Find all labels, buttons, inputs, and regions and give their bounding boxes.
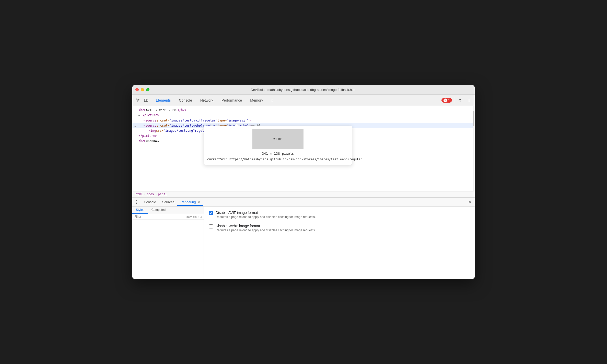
attr-val: "images/test.png?regular" — [164, 128, 210, 133]
tab-performance[interactable]: Performance — [217, 97, 246, 104]
settings-icon[interactable]: ⚙ — [456, 97, 463, 104]
panel-close-button[interactable]: ✕ — [466, 199, 473, 205]
tag: <source — [144, 123, 157, 128]
maximize-button[interactable] — [146, 88, 149, 91]
panel-content: Styles Computed Filter :hov .cls + □ — [132, 207, 475, 279]
tag: </picture> — [138, 134, 157, 138]
attr-val: "images/test.avif?regular" — [169, 118, 217, 123]
svg-rect-0 — [144, 99, 147, 102]
code-line-h2[interactable]: <h2>AVIF → WebP → PNG</h2> — [132, 107, 475, 113]
tab-more[interactable]: » — [267, 97, 277, 104]
tab-sources-bottom[interactable]: Sources — [159, 199, 178, 205]
main-content: <h2>AVIF → WebP → PNG</h2> ▶<picture> <s… — [132, 106, 475, 279]
device-toolbar-icon[interactable] — [143, 97, 150, 104]
svg-rect-1 — [147, 100, 148, 102]
webp-checkbox[interactable] — [209, 224, 213, 228]
devtools-header: Elements Console Network Performance Mem… — [132, 95, 475, 106]
tab-elements[interactable]: Elements — [152, 97, 175, 104]
panel-menu-icon[interactable]: ⋮ — [134, 200, 139, 204]
tooltip-url: currentSrc: https://mathiasbynens.github… — [207, 157, 349, 162]
tooltip-url-label: currentSrc: — [207, 157, 227, 161]
tag: <h2> — [138, 139, 146, 143]
bottom-panel: ⋮ Console Sources Rendering ✕ ✕ Styles C… — [132, 197, 475, 279]
attr: srcset= — [157, 118, 170, 123]
minimize-button[interactable] — [141, 88, 144, 91]
attr: srcset= — [157, 123, 170, 128]
image-tooltip: WEBP 341 × 138 pixels currentSrc: https:… — [204, 126, 352, 165]
attr: src= — [156, 128, 164, 133]
avif-label: Disable AVIF image format Requires a pag… — [216, 211, 316, 219]
traffic-lights — [135, 88, 149, 91]
text: unknow… — [146, 139, 159, 143]
tab-rendering-close[interactable]: ✕ — [198, 201, 200, 204]
webp-label: Disable WebP image format Requires a pag… — [216, 224, 316, 232]
attr-val2: "image/avif" — [227, 118, 249, 123]
avif-desc: Requires a page reload to apply and disa… — [216, 215, 316, 219]
avif-checkbox[interactable] — [209, 211, 213, 215]
scrollbar-track — [473, 106, 475, 191]
tooltip-arrow — [235, 124, 239, 126]
breadcrumb-html[interactable]: html — [135, 192, 143, 196]
attr2: type= — [217, 118, 227, 123]
styles-panel: Styles Computed Filter :hov .cls + □ — [132, 207, 204, 279]
code-line-source-avif[interactable]: <source srcset="images/test.avif?regular… — [132, 118, 475, 123]
tooltip-url-value: https://mathiasbynens.github.io/css-dbg-… — [229, 157, 362, 161]
filter-row: Filter :hov .cls + □ — [132, 214, 204, 220]
more-options-icon[interactable]: ⋮ — [465, 97, 473, 104]
filter-label: Filter — [134, 215, 141, 219]
tag: <img — [149, 128, 156, 133]
elements-panel: <h2>AVIF → WebP → PNG</h2> ▶<picture> <s… — [132, 106, 475, 191]
styles-options: :hov .cls + □ — [186, 215, 202, 218]
rendering-panel: Disable AVIF image format Requires a pag… — [204, 207, 475, 279]
divider — [454, 97, 454, 103]
webp-desc: Requires a page reload to apply and disa… — [216, 228, 316, 232]
breadcrumb-body[interactable]: body — [147, 192, 154, 196]
tab-console-bottom[interactable]: Console — [141, 199, 159, 205]
window-title: DevTools - mathiasbynens.github.io/css-d… — [251, 88, 356, 92]
styles-tabs: Styles Computed — [132, 207, 204, 214]
devtools-window: DevTools - mathiasbynens.github.io/css-d… — [132, 85, 475, 279]
tab-computed[interactable]: Computed — [148, 207, 169, 214]
error-count: 1 — [448, 99, 450, 102]
tab-styles[interactable]: Styles — [132, 207, 148, 214]
nav-tabs: Elements Console Network Performance Mem… — [152, 97, 441, 104]
error-icon: ✕ — [443, 99, 447, 102]
tag: <h2> — [138, 108, 146, 112]
expand-icon[interactable]: ▶ — [138, 113, 142, 118]
header-icons — [134, 97, 150, 104]
text: AVIF → WebP → PNG — [146, 108, 177, 112]
header-right: ✕ 1 ⚙ ⋮ — [441, 97, 473, 104]
tooltip-dimensions: 341 × 138 pixels — [207, 151, 349, 156]
tag: <source — [144, 118, 157, 123]
scrollbar-thumb[interactable] — [473, 111, 474, 126]
tag-end: > — [249, 118, 251, 123]
avif-title: Disable AVIF image format — [216, 211, 316, 215]
tag-close: </h2> — [177, 108, 186, 112]
breadcrumb-picture[interactable]: pict… — [158, 192, 167, 196]
dots-indicator: … — [134, 123, 136, 128]
tab-network[interactable]: Network — [196, 97, 217, 104]
webp-checkbox-wrapper — [209, 224, 213, 229]
webp-option: Disable WebP image format Requires a pag… — [209, 224, 470, 232]
error-badge[interactable]: ✕ 1 — [441, 98, 452, 103]
breadcrumb-sep: › — [144, 192, 146, 196]
code-line-source-webp[interactable]: … <source srcset="images/test.webp?regul… — [132, 123, 475, 128]
tag: <picture> — [143, 113, 159, 117]
tab-console[interactable]: Console — [175, 97, 196, 104]
close-button[interactable] — [135, 88, 139, 91]
avif-checkbox-wrapper — [209, 211, 213, 216]
breadcrumb-sep2: › — [155, 192, 157, 196]
webp-title: Disable WebP image format — [216, 224, 316, 228]
avif-option: Disable AVIF image format Requires a pag… — [209, 211, 470, 219]
breadcrumb: html › body › pict… — [132, 191, 475, 197]
panel-tabs: ⋮ Console Sources Rendering ✕ ✕ — [132, 198, 475, 207]
code-line-picture[interactable]: ▶<picture> — [132, 113, 475, 118]
tab-rendering[interactable]: Rendering ✕ — [177, 199, 203, 205]
tooltip-preview: WEBP — [252, 129, 304, 149]
inspect-icon[interactable] — [134, 97, 142, 104]
title-bar: DevTools - mathiasbynens.github.io/css-d… — [132, 85, 475, 95]
tab-memory[interactable]: Memory — [246, 97, 267, 104]
